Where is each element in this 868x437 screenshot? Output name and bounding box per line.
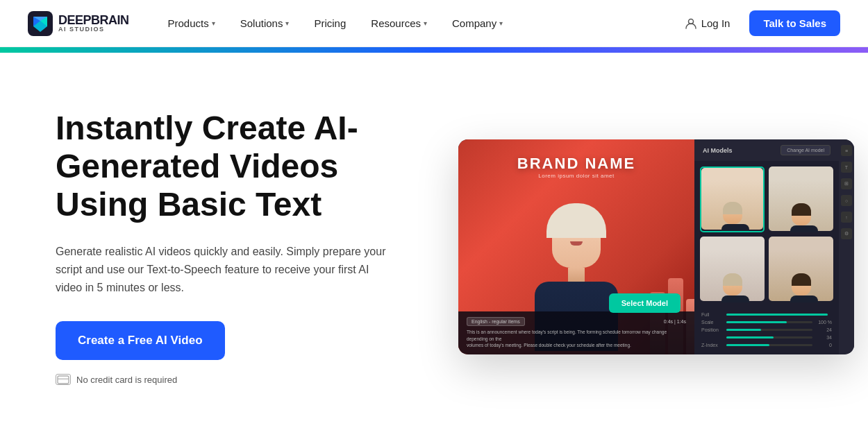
- logo[interactable]: DEEPBRAIN AI STUDIOS: [28, 11, 129, 36]
- nav-right: Log In Talk to Sales: [676, 10, 840, 36]
- script-text-2: volumes of today's meeting. Please doubl…: [467, 342, 686, 349]
- language-badge: English - regular items: [467, 317, 525, 326]
- panel-icon-strip: ≡ T ⊞ ○ ↑ ⚙: [839, 139, 854, 354]
- nav-resources[interactable]: Resources ▾: [360, 12, 438, 35]
- nav-pricing[interactable]: Pricing: [303, 12, 357, 35]
- hero-description: Generate realistic AI videos quickly and…: [56, 243, 389, 296]
- slider-full: Full: [701, 312, 832, 317]
- brand-sub: AI STUDIOS: [58, 26, 129, 33]
- model-thumb-2[interactable]: [769, 166, 833, 232]
- panel-title: AI Models: [703, 147, 733, 154]
- preview-brand-sub: Lorem ipsum dolor sit amet: [458, 173, 694, 179]
- panel-icon-text[interactable]: T: [841, 162, 852, 173]
- brand-name: DEEPBRAIN: [58, 14, 129, 26]
- logo-icon: [28, 11, 53, 36]
- user-icon: [685, 17, 697, 30]
- ai-models-panel: AI Models Change AI model: [694, 139, 839, 354]
- decorative-bar: [0, 47, 868, 53]
- position-y-slider[interactable]: [726, 336, 812, 339]
- panel-icon-layers[interactable]: ≡: [841, 145, 852, 156]
- slider-scale: Scale 100 %: [701, 320, 832, 325]
- no-credit-notice: No credit card is required: [56, 374, 417, 385]
- avatar-head: [552, 209, 601, 268]
- nav-company[interactable]: Company ▾: [441, 12, 514, 35]
- time-badge: 0:4s | 1:4s: [664, 319, 686, 324]
- hero-content: Instantly Create AI-Generated Videos Usi…: [56, 109, 417, 385]
- model-thumb-4[interactable]: [769, 237, 833, 302]
- script-text: This is an announcement where today's sc…: [467, 329, 686, 343]
- svg-rect-7: [58, 378, 69, 380]
- chevron-down-icon: ▾: [499, 19, 503, 27]
- brand-overlay: BRAND NAME Lorem ipsum dolor sit amet: [458, 155, 694, 179]
- model-thumb-3[interactable]: [700, 237, 765, 302]
- create-free-video-button[interactable]: Create a Free AI Video: [56, 321, 225, 360]
- login-button[interactable]: Log In: [676, 12, 739, 35]
- nav-solutions[interactable]: Solutions ▾: [229, 12, 301, 35]
- navbar: DEEPBRAIN AI STUDIOS Products ▾ Solution…: [0, 0, 868, 47]
- avatar-hair: [546, 203, 606, 238]
- panel-icon-image[interactable]: ⊞: [841, 178, 852, 189]
- video-area: BRAND NAME Lorem ipsum dolor sit amet: [458, 139, 694, 354]
- slider-position-x: Position 24: [701, 327, 832, 332]
- change-model-button[interactable]: Change AI model: [781, 145, 831, 155]
- nav-links: Products ▾ Solutions ▾ Pricing Resources…: [157, 12, 676, 35]
- scale-slider[interactable]: [726, 321, 812, 323]
- zindex-slider[interactable]: [726, 344, 812, 346]
- app-preview: BRAND NAME Lorem ipsum dolor sit amet: [458, 139, 854, 354]
- chevron-down-icon: ▾: [424, 19, 427, 27]
- panel-header: AI Models Change AI model: [694, 139, 839, 161]
- hero-section: Instantly Create AI-Generated Videos Usi…: [0, 53, 868, 437]
- slider-position-y: 34: [701, 335, 832, 340]
- nav-products[interactable]: Products ▾: [157, 12, 226, 35]
- slider-zindex: Z-Index 0: [701, 343, 832, 348]
- panel-icon-settings[interactable]: ⚙: [841, 228, 852, 239]
- model-thumb-1[interactable]: [700, 166, 765, 232]
- model-grid: [694, 161, 839, 308]
- talk-to-sales-button[interactable]: Talk to Sales: [749, 10, 840, 36]
- video-bottom-bar: English - regular items 0:4s | 1:4s This…: [458, 311, 694, 354]
- credit-card-icon: [56, 374, 71, 385]
- position-slider[interactable]: [726, 329, 812, 331]
- panel-icon-shape[interactable]: ○: [841, 195, 852, 206]
- select-model-button[interactable]: Select Model: [609, 293, 681, 313]
- app-screenshot: BRAND NAME Lorem ipsum dolor sit amet: [458, 139, 854, 354]
- panel-sliders: Full Scale 100 % Position 24: [694, 308, 839, 354]
- panel-icon-upload[interactable]: ↑: [841, 212, 852, 223]
- chevron-down-icon: ▾: [212, 19, 215, 27]
- chevron-down-icon: ▾: [285, 19, 289, 27]
- hero-heading: Instantly Create AI-Generated Videos Usi…: [56, 109, 417, 224]
- preview-brand-name: BRAND NAME: [458, 155, 694, 173]
